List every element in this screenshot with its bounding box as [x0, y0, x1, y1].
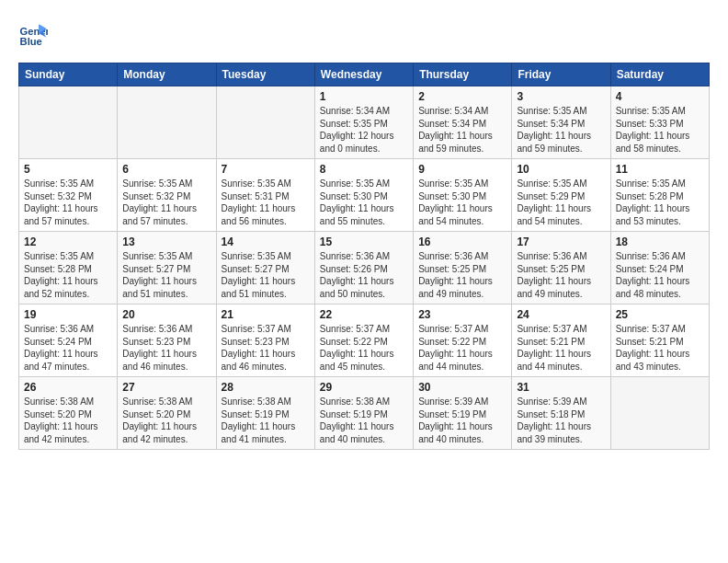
day-number: 19: [24, 308, 112, 321]
day-info: Sunrise: 5:35 AM Sunset: 5:34 PM Dayligh…: [517, 105, 605, 155]
day-info: Sunrise: 5:36 AM Sunset: 5:26 PM Dayligh…: [320, 250, 408, 300]
calendar-cell: 13Sunrise: 5:35 AM Sunset: 5:27 PM Dayli…: [118, 232, 216, 304]
day-number: 11: [616, 163, 704, 176]
day-number: 7: [222, 163, 310, 176]
logo: General Blue: [18, 18, 51, 48]
day-info: Sunrise: 5:35 AM Sunset: 5:28 PM Dayligh…: [616, 178, 704, 227]
day-number: 8: [320, 163, 408, 176]
calendar-cell: 14Sunrise: 5:35 AM Sunset: 5:27 PM Dayli…: [216, 232, 314, 304]
weekday-header-wednesday: Wednesday: [314, 63, 413, 86]
svg-text:Blue: Blue: [20, 36, 42, 47]
calendar-cell: 27Sunrise: 5:38 AM Sunset: 5:20 PM Dayli…: [118, 377, 216, 450]
day-number: 3: [517, 90, 605, 103]
day-number: 21: [222, 308, 310, 321]
day-info: Sunrise: 5:35 AM Sunset: 5:32 PM Dayligh…: [122, 178, 210, 227]
weekday-header-sunday: Sunday: [19, 63, 118, 86]
day-info: Sunrise: 5:38 AM Sunset: 5:20 PM Dayligh…: [24, 396, 112, 445]
day-number: 17: [517, 236, 605, 248]
day-info: Sunrise: 5:37 AM Sunset: 5:22 PM Dayligh…: [418, 323, 506, 373]
calendar-cell: 8Sunrise: 5:35 AM Sunset: 5:30 PM Daylig…: [314, 159, 413, 232]
day-info: Sunrise: 5:36 AM Sunset: 5:24 PM Dayligh…: [24, 323, 112, 373]
calendar-cell: 10Sunrise: 5:35 AM Sunset: 5:29 PM Dayli…: [512, 159, 610, 232]
week-row-1: 1Sunrise: 5:34 AM Sunset: 5:35 PM Daylig…: [19, 86, 710, 159]
day-info: Sunrise: 5:35 AM Sunset: 5:27 PM Dayligh…: [122, 250, 210, 300]
calendar-cell: 24Sunrise: 5:37 AM Sunset: 5:21 PM Dayli…: [512, 304, 610, 377]
day-info: Sunrise: 5:36 AM Sunset: 5:25 PM Dayligh…: [517, 250, 605, 300]
day-info: Sunrise: 5:34 AM Sunset: 5:35 PM Dayligh…: [320, 105, 408, 155]
day-info: Sunrise: 5:39 AM Sunset: 5:18 PM Dayligh…: [517, 396, 605, 445]
calendar-cell: 7Sunrise: 5:35 AM Sunset: 5:31 PM Daylig…: [216, 159, 314, 232]
day-info: Sunrise: 5:38 AM Sunset: 5:19 PM Dayligh…: [222, 396, 310, 445]
day-number: 1: [320, 90, 408, 103]
day-info: Sunrise: 5:35 AM Sunset: 5:28 PM Dayligh…: [24, 250, 112, 300]
day-info: Sunrise: 5:35 AM Sunset: 5:27 PM Dayligh…: [222, 250, 310, 300]
day-info: Sunrise: 5:37 AM Sunset: 5:21 PM Dayligh…: [517, 323, 605, 373]
logo-icon: General Blue: [18, 18, 48, 48]
calendar-cell: 12Sunrise: 5:35 AM Sunset: 5:28 PM Dayli…: [19, 232, 118, 304]
day-info: Sunrise: 5:36 AM Sunset: 5:24 PM Dayligh…: [616, 250, 704, 300]
weekday-header-monday: Monday: [118, 63, 216, 86]
calendar-cell: 4Sunrise: 5:35 AM Sunset: 5:33 PM Daylig…: [610, 86, 709, 159]
week-row-3: 12Sunrise: 5:35 AM Sunset: 5:28 PM Dayli…: [19, 232, 710, 304]
page-header: General Blue: [18, 18, 710, 48]
day-number: 25: [616, 308, 704, 321]
day-number: 22: [320, 308, 408, 321]
calendar-cell: 28Sunrise: 5:38 AM Sunset: 5:19 PM Dayli…: [216, 377, 314, 450]
week-row-2: 5Sunrise: 5:35 AM Sunset: 5:32 PM Daylig…: [19, 159, 710, 232]
day-info: Sunrise: 5:36 AM Sunset: 5:23 PM Dayligh…: [122, 323, 210, 373]
calendar-cell: [216, 86, 314, 159]
calendar-cell: 11Sunrise: 5:35 AM Sunset: 5:28 PM Dayli…: [610, 159, 709, 232]
calendar-cell: 30Sunrise: 5:39 AM Sunset: 5:19 PM Dayli…: [414, 377, 512, 450]
weekday-header-thursday: Thursday: [414, 63, 512, 86]
calendar-cell: 31Sunrise: 5:39 AM Sunset: 5:18 PM Dayli…: [512, 377, 610, 450]
day-number: 12: [24, 236, 112, 248]
calendar-cell: [118, 86, 216, 159]
weekday-header-saturday: Saturday: [610, 63, 709, 86]
day-info: Sunrise: 5:35 AM Sunset: 5:32 PM Dayligh…: [24, 178, 112, 227]
weekday-header-friday: Friday: [512, 63, 610, 86]
calendar-cell: 21Sunrise: 5:37 AM Sunset: 5:23 PM Dayli…: [216, 304, 314, 377]
day-number: 2: [418, 90, 506, 103]
day-info: Sunrise: 5:35 AM Sunset: 5:33 PM Dayligh…: [616, 105, 704, 155]
day-number: 18: [616, 236, 704, 248]
day-info: Sunrise: 5:39 AM Sunset: 5:19 PM Dayligh…: [418, 396, 506, 445]
calendar-cell: 22Sunrise: 5:37 AM Sunset: 5:22 PM Dayli…: [314, 304, 413, 377]
day-info: Sunrise: 5:35 AM Sunset: 5:30 PM Dayligh…: [418, 178, 506, 227]
day-number: 9: [418, 163, 506, 176]
day-number: 24: [517, 308, 605, 321]
day-info: Sunrise: 5:34 AM Sunset: 5:34 PM Dayligh…: [418, 105, 506, 155]
calendar-cell: 23Sunrise: 5:37 AM Sunset: 5:22 PM Dayli…: [414, 304, 512, 377]
day-number: 13: [122, 236, 210, 248]
calendar-cell: 15Sunrise: 5:36 AM Sunset: 5:26 PM Dayli…: [314, 232, 413, 304]
day-info: Sunrise: 5:38 AM Sunset: 5:20 PM Dayligh…: [122, 396, 210, 445]
weekday-header-row: SundayMondayTuesdayWednesdayThursdayFrid…: [19, 63, 710, 86]
week-row-5: 26Sunrise: 5:38 AM Sunset: 5:20 PM Dayli…: [19, 377, 710, 450]
calendar-cell: 16Sunrise: 5:36 AM Sunset: 5:25 PM Dayli…: [414, 232, 512, 304]
weekday-header-tuesday: Tuesday: [216, 63, 314, 86]
calendar-cell: 3Sunrise: 5:35 AM Sunset: 5:34 PM Daylig…: [512, 86, 610, 159]
day-number: 27: [122, 381, 210, 394]
calendar-cell: 25Sunrise: 5:37 AM Sunset: 5:21 PM Dayli…: [610, 304, 709, 377]
calendar-cell: [610, 377, 709, 450]
day-number: 31: [517, 381, 605, 394]
day-info: Sunrise: 5:37 AM Sunset: 5:22 PM Dayligh…: [320, 323, 408, 373]
day-number: 4: [616, 90, 704, 103]
calendar-cell: 17Sunrise: 5:36 AM Sunset: 5:25 PM Dayli…: [512, 232, 610, 304]
day-number: 26: [24, 381, 112, 394]
day-number: 29: [320, 381, 408, 394]
day-info: Sunrise: 5:37 AM Sunset: 5:23 PM Dayligh…: [222, 323, 310, 373]
day-info: Sunrise: 5:35 AM Sunset: 5:31 PM Dayligh…: [222, 178, 310, 227]
day-number: 16: [418, 236, 506, 248]
calendar-cell: 26Sunrise: 5:38 AM Sunset: 5:20 PM Dayli…: [19, 377, 118, 450]
week-row-4: 19Sunrise: 5:36 AM Sunset: 5:24 PM Dayli…: [19, 304, 710, 377]
day-number: 6: [122, 163, 210, 176]
calendar-cell: 2Sunrise: 5:34 AM Sunset: 5:34 PM Daylig…: [414, 86, 512, 159]
calendar-cell: 5Sunrise: 5:35 AM Sunset: 5:32 PM Daylig…: [19, 159, 118, 232]
day-number: 28: [222, 381, 310, 394]
day-number: 5: [24, 163, 112, 176]
calendar-cell: 19Sunrise: 5:36 AM Sunset: 5:24 PM Dayli…: [19, 304, 118, 377]
day-number: 15: [320, 236, 408, 248]
day-info: Sunrise: 5:35 AM Sunset: 5:30 PM Dayligh…: [320, 178, 408, 227]
calendar-cell: 6Sunrise: 5:35 AM Sunset: 5:32 PM Daylig…: [118, 159, 216, 232]
day-info: Sunrise: 5:38 AM Sunset: 5:19 PM Dayligh…: [320, 396, 408, 445]
